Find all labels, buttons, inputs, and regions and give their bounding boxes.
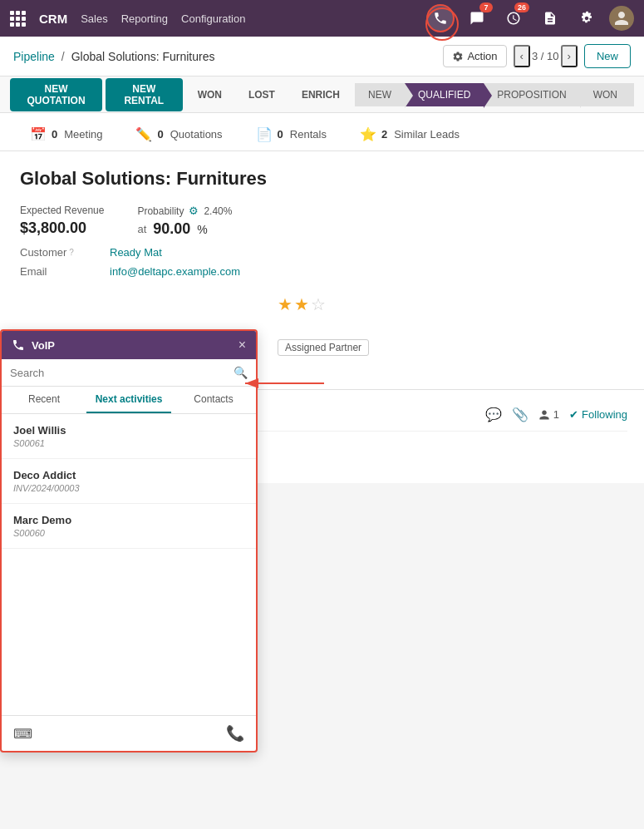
rentals-tab-icon: 📄: [256, 126, 273, 142]
voip-search-area: 🔍: [2, 359, 256, 387]
tabs-row: 📅 0 Meeting ✏️ 0 Quotations 📄 0 Rentals …: [0, 113, 644, 151]
tab-meeting[interactable]: 📅 0 Meeting: [13, 120, 119, 151]
voip-tab-next-activities[interactable]: Next activities: [86, 387, 171, 413]
settings-nav-button[interactable]: [573, 4, 601, 32]
voip-title-text: VoIP: [32, 339, 55, 352]
chat-badge: 7: [479, 2, 493, 12]
rentals-count: 0: [278, 128, 283, 141]
stars-row: ★ ★ ☆: [278, 294, 624, 323]
crm-brand[interactable]: CRM: [39, 12, 67, 26]
list-item[interactable]: Joel Willis S00061: [2, 414, 256, 459]
activity-badge: 26: [514, 2, 529, 12]
customer-help-icon[interactable]: ?: [69, 248, 74, 257]
following-button[interactable]: ✔ Following: [569, 408, 627, 421]
voip-header-icon: [12, 338, 25, 352]
breadcrumb-actions: Action ‹ 3 / 10 › New: [443, 44, 631, 68]
call-icon[interactable]: 📞: [226, 724, 244, 743]
following-label: Following: [582, 408, 627, 421]
voip-panel: VoIP × 🔍 Recent Next activities Contacts…: [0, 329, 258, 753]
activity-nav-button[interactable]: 26: [499, 4, 528, 32]
voip-search-input[interactable]: [10, 367, 229, 379]
revenue-prob-row: Expected Revenue $3,800.00 Probability ⚙…: [20, 205, 624, 238]
contact-ref-2: INV/2024/00003: [13, 483, 244, 493]
contact-ref-1: S00061: [13, 438, 244, 448]
contact-name-1: Joel Willis: [13, 424, 244, 437]
tab-similar-leads[interactable]: ⭐ 2 Similar Leads: [343, 120, 476, 151]
percent-sign: %: [197, 223, 207, 236]
grid-icon: [10, 11, 26, 27]
voip-search-icon: 🔍: [234, 366, 248, 379]
voip-tab-contacts[interactable]: Contacts: [171, 387, 256, 413]
meeting-count: 0: [52, 128, 57, 141]
star-3[interactable]: ☆: [311, 294, 326, 314]
voip-close-button[interactable]: ×: [238, 338, 246, 353]
nav-links: Sales Reporting Configuration: [81, 12, 245, 25]
message-bottom-icon[interactable]: 💬: [485, 407, 502, 422]
assigned-partner-tag[interactable]: Assigned Partner: [278, 339, 369, 356]
pipeline-qualified[interactable]: QUALIFIED: [405, 83, 484, 106]
page-info: 3 / 10: [532, 50, 559, 62]
tab-quotations[interactable]: ✏️ 0 Quotations: [119, 120, 238, 151]
prev-record-button[interactable]: ‹: [514, 45, 530, 67]
voip-footer: ⌨ 📞: [2, 715, 256, 751]
user-avatar[interactable]: [609, 6, 634, 31]
priority-stars[interactable]: ★ ★ ☆: [278, 294, 624, 314]
followers-number: 1: [553, 408, 559, 421]
star-1[interactable]: ★: [278, 294, 293, 314]
pipeline-proposition[interactable]: PROPOSITION: [484, 83, 579, 106]
probability-group: Probability ⚙ 2.40% at 90.00 %: [137, 205, 232, 238]
customer-row: Customer ? Ready Mat: [20, 246, 624, 259]
apps-menu-button[interactable]: [10, 11, 26, 27]
reporting-link[interactable]: Reporting: [121, 12, 168, 25]
person-icon: [538, 409, 550, 421]
voip-tabs: Recent Next activities Contacts: [2, 387, 256, 414]
chat-nav-button[interactable]: 7: [463, 4, 491, 32]
list-item[interactable]: Marc Demo S00060: [2, 504, 256, 549]
quotations-label: Quotations: [170, 128, 223, 141]
voip-tab-recent[interactable]: Recent: [2, 387, 86, 413]
voip-icon: [433, 11, 448, 26]
new-quotation-button[interactable]: NEW QUOTATION: [10, 78, 102, 111]
probability-label: Probability: [137, 205, 184, 217]
email-value[interactable]: info@deltapc.example.com: [110, 265, 240, 278]
activity-icon: [506, 11, 521, 26]
list-item[interactable]: Deco Addict INV/2024/00003: [2, 459, 256, 504]
voip-header: VoIP ×: [2, 331, 256, 359]
attachment-icon[interactable]: 📎: [512, 407, 528, 422]
docs-icon: [543, 11, 558, 26]
docs-nav-button[interactable]: [536, 4, 564, 32]
voip-empty-space: [2, 549, 256, 715]
similar-leads-label: Similar Leads: [394, 128, 460, 141]
enrich-button[interactable]: ENRICH: [290, 84, 351, 106]
content-area: 📅 0 Meeting ✏️ 0 Quotations 📄 0 Rentals …: [0, 113, 644, 389]
settings-icon: [579, 11, 594, 26]
quotations-count: 0: [157, 128, 163, 141]
breadcrumb-bar: Pipeline / Global Solutions: Furnitures …: [0, 37, 644, 76]
tab-rentals[interactable]: 📄 0 Rentals: [239, 120, 343, 151]
new-rental-button[interactable]: NEW RENTAL: [106, 78, 183, 111]
breadcrumb-parent-link[interactable]: Pipeline: [13, 50, 55, 63]
star-2[interactable]: ★: [294, 294, 309, 314]
new-record-button[interactable]: New: [584, 44, 631, 68]
pipeline-stages: NEW QUALIFIED PROPOSITION WON: [355, 83, 634, 106]
won-button[interactable]: WON: [186, 84, 234, 106]
voip-nav-button[interactable]: [426, 4, 455, 32]
top-navigation: CRM Sales Reporting Configuration 7 26: [0, 0, 644, 37]
contact-ref-3: S00060: [13, 528, 244, 538]
probability-gear-icon[interactable]: ⚙: [189, 205, 199, 217]
page-navigation: ‹ 3 / 10 ›: [514, 45, 578, 67]
expected-revenue-value[interactable]: $3,800.00: [20, 220, 104, 237]
customer-value[interactable]: Ready Mat: [110, 246, 162, 259]
expected-revenue-label: Expected Revenue: [20, 205, 104, 216]
sales-link[interactable]: Sales: [81, 12, 108, 25]
next-record-button[interactable]: ›: [561, 45, 578, 67]
partner-section: Assigned Partner: [278, 339, 624, 373]
breadcrumb-separator: /: [61, 50, 65, 63]
probability-value[interactable]: 90.00: [153, 220, 190, 238]
keyboard-icon[interactable]: ⌨: [13, 726, 32, 742]
pipeline-new[interactable]: NEW: [355, 83, 405, 106]
configuration-link[interactable]: Configuration: [181, 12, 245, 25]
quotations-tab-icon: ✏️: [135, 126, 152, 142]
action-button[interactable]: Action: [443, 45, 506, 67]
lost-button[interactable]: LOST: [237, 84, 287, 106]
